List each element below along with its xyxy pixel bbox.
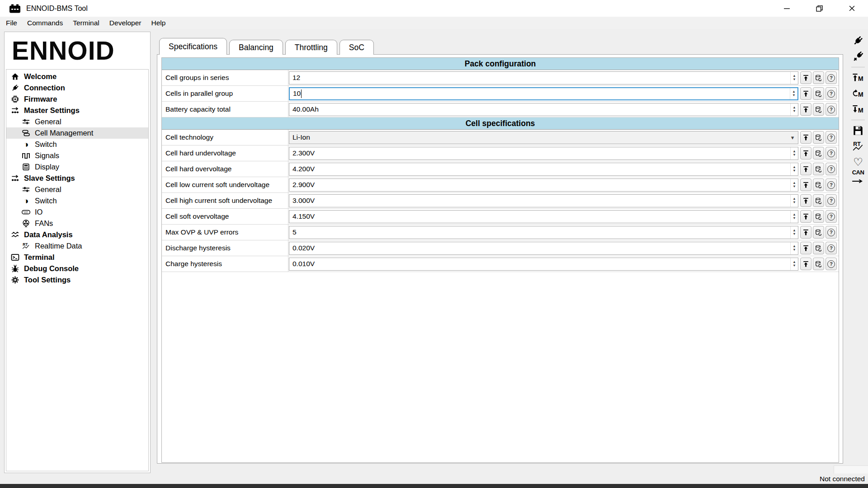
sidebar-item-display[interactable]: Display bbox=[6, 161, 148, 173]
menu-terminal[interactable]: Terminal bbox=[68, 18, 104, 28]
sidebar-item-switch[interactable]: ◑Switch bbox=[6, 195, 148, 206]
reload-master-button[interactable]: M bbox=[850, 87, 866, 100]
refresh-db-button[interactable] bbox=[813, 147, 824, 160]
help-button[interactable]: ? bbox=[826, 131, 837, 144]
spinner-buttons[interactable]: ▲▼ bbox=[790, 72, 798, 84]
spinner-buttons[interactable]: ▲▼ bbox=[790, 147, 798, 160]
upload-button[interactable] bbox=[800, 103, 811, 116]
value-input[interactable]: 2.300V▲▼ bbox=[289, 147, 798, 160]
tab-specifications[interactable]: Specifications bbox=[159, 38, 227, 55]
value-input[interactable]: 10▲▼ bbox=[289, 87, 798, 100]
refresh-db-button[interactable] bbox=[813, 178, 824, 191]
upload-button[interactable] bbox=[800, 163, 811, 175]
refresh-db-button[interactable] bbox=[813, 226, 824, 239]
refresh-db-button[interactable] bbox=[813, 87, 824, 100]
realtime-button[interactable]: RT bbox=[850, 140, 866, 153]
sidebar-item-master-settings[interactable]: Master Settings bbox=[6, 105, 148, 116]
upload-button[interactable] bbox=[800, 258, 811, 270]
value-input[interactable]: 5▲▼ bbox=[289, 226, 798, 239]
upload-button[interactable] bbox=[800, 242, 811, 254]
maximize-button[interactable] bbox=[803, 0, 835, 17]
favorites-button[interactable]: ♡ bbox=[850, 156, 866, 169]
tab-throttling[interactable]: Throttling bbox=[285, 40, 337, 55]
spinner-buttons[interactable]: ▲▼ bbox=[790, 88, 797, 99]
save-button[interactable] bbox=[850, 124, 866, 137]
refresh-db-button[interactable] bbox=[813, 131, 824, 144]
value-input[interactable]: 2.900V▲▼ bbox=[289, 178, 798, 192]
refresh-db-button[interactable] bbox=[813, 242, 824, 254]
sidebar-item-fans[interactable]: FANs bbox=[6, 218, 148, 229]
sidebar-item-terminal[interactable]: Terminal bbox=[6, 252, 148, 263]
refresh-db-button[interactable] bbox=[813, 71, 824, 84]
spinner-buttons[interactable]: ▲▼ bbox=[790, 211, 798, 223]
sidebar-item-slave-settings[interactable]: Slave Settings bbox=[6, 173, 148, 184]
spinner-buttons[interactable]: ▲▼ bbox=[790, 226, 798, 239]
upload-button[interactable] bbox=[800, 71, 811, 84]
menu-commands[interactable]: Commands bbox=[22, 18, 68, 28]
sidebar-item-debug-console[interactable]: Debug Console bbox=[6, 263, 148, 274]
minimize-button[interactable] bbox=[770, 0, 803, 17]
sidebar-item-data-analysis[interactable]: Data Analysis bbox=[6, 229, 148, 240]
sidebar-item-general[interactable]: General bbox=[6, 184, 148, 195]
sidebar-item-realtime-data[interactable]: RTRealtime Data bbox=[6, 240, 148, 252]
value-input[interactable]: 0.020V▲▼ bbox=[289, 242, 798, 255]
value-input[interactable]: 4.200V▲▼ bbox=[289, 163, 798, 176]
value-input[interactable]: 4.150V▲▼ bbox=[289, 210, 798, 223]
value-input[interactable]: 3.000V▲▼ bbox=[289, 194, 798, 207]
value-input[interactable]: 0.010V▲▼ bbox=[289, 258, 798, 271]
sidebar-item-firmware[interactable]: Firmware bbox=[6, 94, 148, 105]
read-master-button[interactable]: M bbox=[850, 103, 866, 116]
resize-grip[interactable] bbox=[834, 465, 868, 474]
menu-help[interactable]: Help bbox=[146, 18, 170, 28]
spinner-buttons[interactable]: ▲▼ bbox=[790, 103, 798, 116]
help-button[interactable]: ? bbox=[826, 178, 837, 191]
chevron-down-icon[interactable]: ▾ bbox=[787, 131, 798, 144]
sidebar-item-io[interactable]: IO bbox=[6, 206, 148, 218]
connect-button[interactable] bbox=[850, 34, 866, 47]
sidebar-item-switch[interactable]: ◑Switch bbox=[6, 139, 148, 150]
upload-button[interactable] bbox=[800, 87, 811, 100]
sidebar-item-general[interactable]: General bbox=[6, 116, 148, 127]
spinner-buttons[interactable]: ▲▼ bbox=[790, 195, 798, 207]
help-button[interactable]: ? bbox=[826, 226, 837, 239]
help-button[interactable]: ? bbox=[826, 71, 837, 84]
refresh-db-button[interactable] bbox=[813, 163, 824, 175]
help-button[interactable]: ? bbox=[826, 194, 837, 207]
upload-button[interactable] bbox=[800, 194, 811, 207]
sidebar-item-signals[interactable]: Signals bbox=[6, 150, 148, 161]
help-button[interactable]: ? bbox=[826, 147, 837, 160]
value-input[interactable]: 40.00Ah▲▼ bbox=[289, 103, 798, 116]
sidebar-item-cell-management[interactable]: Cell Management bbox=[6, 127, 148, 139]
sidebar-item-tool-settings[interactable]: Tool Settings bbox=[6, 274, 148, 286]
can-button[interactable]: CAN bbox=[850, 172, 866, 184]
upload-button[interactable] bbox=[800, 210, 811, 223]
help-button[interactable]: ? bbox=[826, 242, 837, 254]
refresh-db-button[interactable] bbox=[813, 194, 824, 207]
sidebar-item-connection[interactable]: Connection bbox=[6, 82, 148, 94]
upload-button[interactable] bbox=[800, 147, 811, 160]
help-button[interactable]: ? bbox=[826, 103, 837, 116]
refresh-db-button[interactable] bbox=[813, 210, 824, 223]
spinner-buttons[interactable]: ▲▼ bbox=[790, 179, 798, 191]
help-button[interactable]: ? bbox=[826, 210, 837, 223]
menu-developer[interactable]: Developer bbox=[104, 18, 146, 28]
close-button[interactable] bbox=[835, 0, 868, 17]
sidebar-item-welcome[interactable]: Welcome bbox=[6, 71, 148, 82]
spinner-buttons[interactable]: ▲▼ bbox=[790, 242, 798, 254]
disconnect-button[interactable] bbox=[850, 50, 866, 63]
upload-button[interactable] bbox=[800, 226, 811, 239]
spinner-buttons[interactable]: ▲▼ bbox=[790, 258, 798, 270]
spinner-buttons[interactable]: ▲▼ bbox=[790, 163, 798, 175]
help-button[interactable]: ? bbox=[826, 87, 837, 100]
refresh-db-button[interactable] bbox=[813, 103, 824, 116]
value-input[interactable]: 12▲▼ bbox=[289, 71, 798, 84]
tab-soc[interactable]: SoC bbox=[340, 40, 374, 55]
refresh-db-button[interactable] bbox=[813, 258, 824, 270]
menu-file[interactable]: File bbox=[1, 18, 22, 28]
write-master-button[interactable]: M bbox=[850, 71, 866, 84]
help-button[interactable]: ? bbox=[826, 163, 837, 175]
tab-balancing[interactable]: Balancing bbox=[229, 40, 283, 55]
value-select[interactable]: Li-Ion▾ bbox=[289, 131, 798, 144]
help-button[interactable]: ? bbox=[826, 258, 837, 270]
upload-button[interactable] bbox=[800, 131, 811, 144]
